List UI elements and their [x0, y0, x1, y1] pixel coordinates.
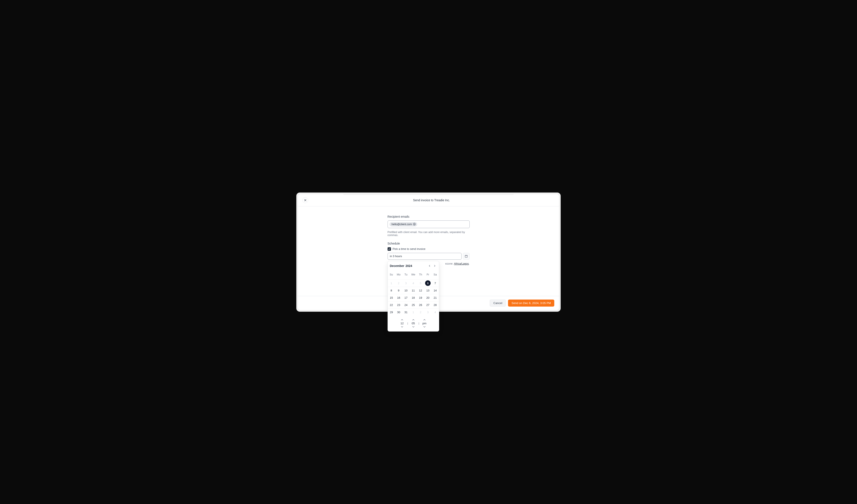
send-button[interactable]: Send on Dec 6, 2024, 3:05 PM: [508, 300, 554, 306]
modal-body: Recipient emails hello@client.com: [298, 206, 559, 296]
minute-value: 05: [411, 322, 416, 325]
recipient-help-text: Prefilled with client email. You can add…: [388, 231, 470, 237]
ampm-column: pm: [422, 318, 426, 328]
ampm-up-button[interactable]: [422, 318, 426, 321]
calendar-day[interactable]: 26: [417, 301, 424, 308]
weekday-header: Tu: [402, 271, 409, 278]
calendar-day[interactable]: 2: [417, 308, 424, 316]
chevron-up-icon: [423, 319, 426, 321]
calendar-day[interactable]: 6: [424, 280, 432, 287]
ampm-down-button[interactable]: [422, 325, 426, 328]
time-picker: 12 : 05: [388, 316, 439, 331]
calendar-day[interactable]: 3: [402, 280, 409, 287]
hour-down-button[interactable]: [400, 325, 404, 328]
form-content: Recipient emails hello@client.com: [388, 215, 470, 283]
chevron-up-icon: [401, 319, 403, 321]
date-input-row: December 2024: [388, 253, 470, 260]
modal-header: Send invoice to Treadie Inc.: [298, 194, 559, 206]
weekday-header: Su: [388, 271, 395, 278]
calendar-day[interactable]: 4: [432, 308, 439, 316]
schedule-date-input[interactable]: [388, 253, 461, 260]
calendar-day[interactable]: 23: [395, 301, 402, 308]
weekday-header: Th: [417, 271, 424, 278]
prev-month-button[interactable]: [427, 264, 432, 268]
calendar-day[interactable]: 29: [388, 308, 395, 316]
ampm-value: pm: [422, 322, 426, 325]
remove-icon: [413, 223, 416, 225]
calendar-day[interactable]: 31: [402, 308, 409, 316]
recipient-emails-label: Recipient emails: [388, 215, 470, 218]
weekday-header: We: [409, 271, 417, 278]
calendar-day[interactable]: 17: [402, 294, 409, 301]
email-chip: hello@client.com: [389, 222, 417, 226]
calendar-day[interactable]: 20: [424, 294, 432, 301]
calendar-day[interactable]: 3: [424, 308, 432, 316]
chevron-up-icon: [412, 319, 415, 321]
calendar-day[interactable]: 19: [417, 294, 424, 301]
chevron-right-icon: [433, 265, 436, 267]
calendar-day[interactable]: 18: [409, 294, 417, 301]
calendar-day[interactable]: 1: [388, 280, 395, 287]
schedule-checkbox[interactable]: [388, 247, 391, 251]
calendar-day[interactable]: 25: [409, 301, 417, 308]
calendar-day[interactable]: 27: [424, 301, 432, 308]
calendar-day[interactable]: 16: [395, 294, 402, 301]
calendar-day[interactable]: 10: [402, 287, 409, 294]
recipient-emails-input[interactable]: hello@client.com: [388, 220, 470, 228]
calendar-day[interactable]: 15: [388, 294, 395, 301]
close-button[interactable]: [302, 197, 308, 203]
calendar-day[interactable]: 8: [388, 287, 395, 294]
timezone-link[interactable]: Africa/Lagos: [454, 262, 469, 265]
remove-email-button[interactable]: [413, 223, 416, 226]
minute-column: 05: [411, 318, 416, 328]
schedule-section: Schedule Pick a time to send invoice: [388, 242, 470, 265]
chevron-down-icon: [412, 326, 415, 328]
next-month-button[interactable]: [433, 264, 437, 268]
calendar-day[interactable]: 5: [417, 280, 424, 287]
weekday-header: Fr: [424, 271, 432, 278]
cancel-button[interactable]: Cancel: [490, 300, 506, 306]
weekday-header: Mo: [395, 271, 402, 278]
schedule-checkbox-row: Pick a time to send invoice: [388, 247, 470, 251]
calendar-day[interactable]: 13: [424, 287, 432, 294]
weekday-header: Sa: [432, 271, 439, 278]
hour-column: 12: [400, 318, 404, 328]
schedule-checkbox-label: Pick a time to send invoice: [393, 247, 425, 251]
close-icon: [304, 199, 306, 201]
calendar-day[interactable]: 9: [395, 287, 402, 294]
calendar-day[interactable]: 2: [395, 280, 402, 287]
modal-backdrop: Send invoice to Treadie Inc. Recipient e…: [296, 192, 561, 312]
modal-title: Send invoice to Treadie Inc.: [308, 199, 555, 202]
calendar-nav: [427, 264, 437, 268]
calendar-days-grid: 1234567891011121314151617181920212223242…: [388, 280, 439, 316]
calendar-icon: [465, 255, 468, 258]
timezone-period: .: [469, 262, 469, 265]
calendar-day[interactable]: 4: [409, 280, 417, 287]
calendar-day[interactable]: 22: [388, 301, 395, 308]
timezone-prefix: ezone:: [446, 262, 454, 265]
calendar-day[interactable]: 11: [409, 287, 417, 294]
hour-value: 12: [400, 322, 404, 325]
calendar-day[interactable]: 14: [432, 287, 439, 294]
chevron-left-icon: [428, 265, 431, 267]
calendar-header: December 2024: [388, 261, 439, 270]
calendar-year: 2024: [405, 264, 412, 268]
chevron-down-icon: [401, 326, 403, 328]
calendar-picker-button[interactable]: [463, 253, 470, 260]
schedule-label: Schedule: [388, 242, 470, 245]
time-separator: :: [419, 322, 420, 325]
minute-up-button[interactable]: [411, 318, 415, 321]
calendar-day[interactable]: 21: [432, 294, 439, 301]
calendar-month-year[interactable]: December 2024: [390, 264, 412, 268]
chevron-down-icon: [423, 326, 426, 328]
hour-up-button[interactable]: [400, 318, 404, 321]
calendar-day[interactable]: 24: [402, 301, 409, 308]
calendar-day[interactable]: 12: [417, 287, 424, 294]
send-invoice-modal: Send invoice to Treadie Inc. Recipient e…: [298, 194, 559, 310]
calendar-day[interactable]: 7: [432, 280, 439, 287]
calendar-day[interactable]: 30: [395, 308, 402, 316]
calendar-day[interactable]: 1: [409, 308, 417, 316]
minute-down-button[interactable]: [411, 325, 415, 328]
calendar-month: December: [390, 264, 404, 268]
calendar-day[interactable]: 28: [432, 301, 439, 308]
